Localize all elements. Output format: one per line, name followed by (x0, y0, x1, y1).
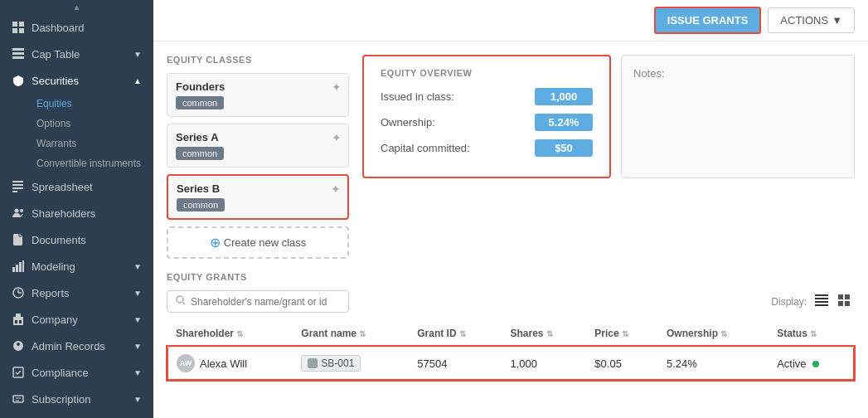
company-icon (12, 313, 25, 326)
cell-grant-name: SB-001 (293, 347, 409, 380)
sort-icon: ⇅ (622, 329, 628, 338)
spreadsheet-icon (12, 180, 25, 193)
sidebar: ▲ Dashboard Cap Table ▼ Securities ▲ Equ… (0, 0, 153, 418)
subscription-icon (12, 392, 25, 406)
create-new-class-button[interactable]: ⊕ Create new class (167, 226, 349, 259)
issued-in-class-row: Issued in class: 1,000 (381, 88, 593, 105)
svg-rect-16 (22, 260, 24, 272)
col-shareholder[interactable]: Shareholder ⇅ (167, 321, 293, 347)
svg-rect-2 (12, 28, 17, 33)
class-card-series-b[interactable]: Series B common ✦ (167, 174, 349, 220)
search-input[interactable] (191, 296, 340, 308)
actions-button[interactable]: ACTIONS ▼ (768, 7, 855, 33)
sidebar-item-support[interactable]: ? Support (0, 412, 153, 418)
col-grant-name[interactable]: Grant name ⇅ (293, 321, 409, 347)
svg-rect-9 (12, 187, 23, 189)
sidebar-item-label: Documents (32, 234, 142, 246)
shield-icon (12, 74, 25, 87)
sidebar-item-label: Cap Table (32, 48, 127, 61)
sidebar-item-compliance[interactable]: Compliance ▼ (0, 359, 153, 386)
class-type-badge: common (177, 198, 225, 211)
sidebar-item-label: Admin Records (32, 340, 127, 352)
status-text: Active (777, 357, 806, 370)
sidebar-item-cap-table[interactable]: Cap Table ▼ (0, 41, 153, 67)
cell-ownership: 5.24% (658, 347, 769, 380)
sidebar-item-label: Reports (32, 287, 127, 299)
issued-label: Issued in class: (381, 90, 526, 103)
cell-shareholder: AW Alexa Will (167, 347, 293, 380)
grid-view-button[interactable] (835, 293, 855, 310)
svg-rect-34 (838, 301, 843, 306)
sidebar-item-label: Spreadsheet (32, 181, 142, 193)
add-icon[interactable]: ✦ (332, 131, 342, 144)
users-icon (12, 207, 25, 220)
sidebar-item-shareholders[interactable]: Shareholders (0, 200, 153, 226)
equity-overview-title: EQUITY OVERVIEW (381, 68, 593, 78)
svg-point-26 (177, 296, 183, 303)
sort-icon: ⇅ (546, 329, 553, 338)
class-type-badge: common (176, 96, 224, 109)
sort-icon: ⇅ (236, 329, 243, 338)
sidebar-item-company[interactable]: Company ▼ (0, 306, 153, 333)
sidebar-item-label: Securities (32, 75, 127, 87)
scroll-up[interactable]: ▲ (0, 0, 153, 14)
add-icon[interactable]: ✦ (332, 80, 342, 94)
capital-row: Capital committed: $50 (381, 139, 593, 157)
svg-rect-35 (845, 301, 850, 306)
sidebar-item-reports[interactable]: Reports ▼ (0, 279, 153, 306)
securities-submenu: Equities Options Warrants Convertible in… (0, 94, 153, 173)
class-card-series-a[interactable]: Series A common ✦ (167, 124, 349, 168)
equity-grants-title: EQUITY GRANTS (167, 272, 855, 282)
add-icon[interactable]: ✦ (331, 182, 341, 196)
chevron-down-icon: ▼ (133, 50, 142, 59)
display-icons (812, 293, 855, 310)
list-view-button[interactable] (812, 293, 832, 310)
sidebar-item-documents[interactable]: Documents (0, 226, 153, 253)
class-card-founders[interactable]: Founders common ✦ (167, 73, 349, 117)
grants-toolbar: Display: (167, 290, 855, 313)
svg-rect-28 (815, 294, 828, 296)
svg-rect-13 (12, 267, 15, 272)
sort-icon: ⇅ (459, 329, 466, 338)
search-box[interactable] (167, 290, 349, 313)
sidebar-item-convertible[interactable]: Convertible instruments (32, 153, 153, 173)
sidebar-item-equities[interactable]: Equities (32, 94, 153, 114)
issue-grants-button[interactable]: ISSUE GRANTS (654, 7, 762, 34)
cell-shares: 1,000 (502, 347, 587, 380)
chevron-down-icon: ▼ (133, 262, 142, 271)
svg-rect-7 (12, 181, 23, 182)
ownership-value: 5.24% (535, 114, 593, 131)
sidebar-item-admin-records[interactable]: Admin Records ▼ (0, 333, 153, 359)
sidebar-item-dashboard[interactable]: Dashboard (0, 14, 153, 41)
class-type-badge: common (176, 147, 224, 160)
col-grant-id[interactable]: Grant ID ⇅ (409, 321, 502, 347)
sidebar-item-options[interactable]: Options (32, 114, 153, 134)
col-shares[interactable]: Shares ⇅ (502, 321, 587, 347)
sidebar-item-subscription[interactable]: Subscription ▼ (0, 386, 153, 412)
grants-table: Shareholder ⇅ Grant name ⇅ Grant ID ⇅ Sh… (167, 321, 855, 381)
sidebar-item-modeling[interactable]: Modeling ▼ (0, 253, 153, 279)
sidebar-item-warrants[interactable]: Warrants (32, 134, 153, 153)
col-status[interactable]: Status ⇅ (769, 321, 854, 347)
sidebar-item-spreadsheet[interactable]: Spreadsheet (0, 173, 153, 200)
sort-icon: ⇅ (720, 329, 727, 338)
sidebar-item-securities[interactable]: Securities ▲ (0, 67, 153, 94)
chevron-down-icon: ▼ (832, 14, 842, 27)
search-icon (176, 295, 186, 308)
table-header: Shareholder ⇅ Grant name ⇅ Grant ID ⇅ Sh… (167, 321, 854, 347)
issued-value: 1,000 (535, 88, 593, 105)
equity-classes-title: EQUITY CLASSES (167, 55, 349, 65)
col-ownership[interactable]: Ownership ⇅ (658, 321, 769, 347)
table-row[interactable]: AW Alexa Will SB-001 57504 1,000 $0.05 (167, 347, 854, 380)
svg-point-12 (20, 209, 23, 212)
svg-rect-8 (12, 184, 23, 186)
svg-rect-10 (12, 191, 17, 192)
col-price[interactable]: Price ⇅ (586, 321, 658, 347)
equity-overview-panel: EQUITY OVERVIEW Issued in class: 1,000 O… (362, 55, 611, 178)
capital-value: $50 (535, 139, 593, 157)
overview-row: EQUITY OVERVIEW Issued in class: 1,000 O… (362, 55, 855, 178)
class-name: Series B (177, 182, 339, 195)
svg-rect-14 (16, 265, 18, 272)
cell-price: $0.05 (586, 347, 658, 380)
svg-line-27 (183, 303, 186, 305)
